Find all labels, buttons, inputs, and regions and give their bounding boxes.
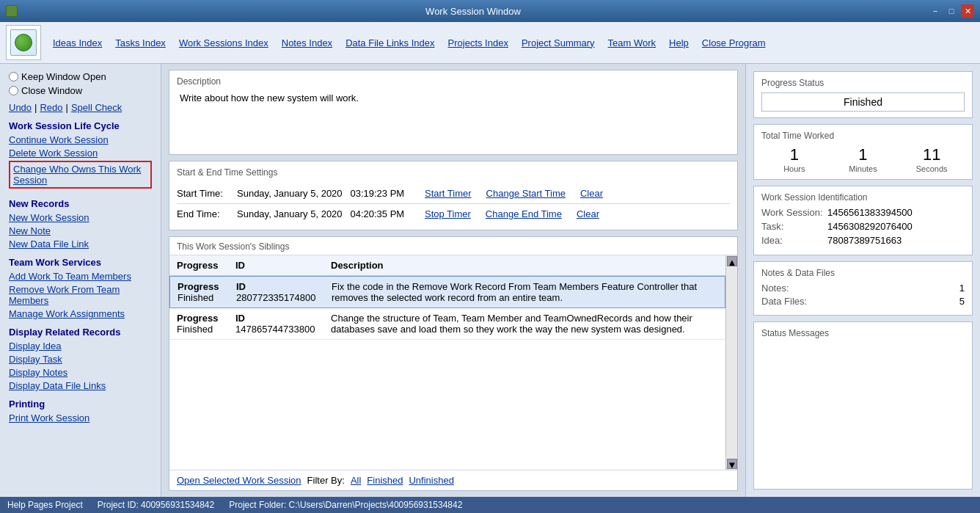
stop-timer-button[interactable]: Stop Timer (425, 208, 471, 219)
start-timer-button[interactable]: Start Timer (425, 188, 472, 199)
sibling-row[interactable]: Progress Finished ID 147865744733800 Cha… (169, 308, 725, 340)
team-work-services-title: Team Work Services (9, 257, 152, 268)
scrollbar[interactable]: ▲ ▼ (725, 255, 737, 470)
sibling-1-id-header: ID (236, 281, 332, 292)
start-time-label: Start Time: (177, 188, 228, 199)
scroll-up-arrow[interactable]: ▲ (727, 256, 737, 266)
menu-close-program[interactable]: Close Program (696, 34, 772, 51)
add-work-to-team-members-link[interactable]: Add Work To Team Members (9, 271, 152, 282)
new-data-file-link[interactable]: New Data File Link (9, 239, 152, 250)
work-session-life-cycle-title: Work Session Life Cycle (9, 120, 152, 131)
idea-label: Idea: (761, 235, 827, 246)
sibling-1-id-value: 280772335174800 (236, 292, 332, 303)
print-work-session-link[interactable]: Print Work Session (9, 412, 152, 423)
status-project: Help Pages Project (7, 500, 83, 510)
start-time-display: 03:19:23 PM (350, 188, 404, 199)
menu-help[interactable]: Help (663, 34, 695, 51)
close-window-radio[interactable]: Close Window (9, 85, 152, 96)
progress-status-section: Progress Status Finished (753, 71, 973, 118)
description-text[interactable]: Write about how the new system will work… (177, 90, 730, 148)
window-title: Work Session Window (18, 6, 929, 17)
sibling-1-progress-header: Progress (178, 281, 236, 292)
undo-link[interactable]: Undo (9, 102, 32, 113)
filter-finished-link[interactable]: Finished (367, 475, 403, 486)
description-label: Description (177, 76, 730, 87)
status-project-folder: Project Folder: C:\Users\Darren\Projects… (229, 500, 462, 510)
manage-work-assignments-link[interactable]: Manage Work Assignments (9, 308, 152, 319)
hours-label: Hours (761, 164, 827, 173)
right-panel: Progress Status Finished Total Time Work… (745, 64, 980, 497)
display-notes-link[interactable]: Display Notes (9, 367, 152, 378)
time-worked-grid: 1 Hours 1 Minutes 11 Seconds (761, 145, 965, 173)
seconds-value: 11 (899, 145, 965, 164)
sibling-2-progress-header: Progress (177, 313, 235, 324)
siblings-footer: Open Selected Work Session Filter By: Al… (169, 470, 737, 490)
notes-count-row: Notes: 1 (761, 283, 965, 294)
display-idea-link[interactable]: Display Idea (9, 341, 152, 352)
menu-bar: Ideas Index Tasks Index Work Sessions In… (0, 22, 980, 64)
scroll-down-arrow[interactable]: ▼ (727, 459, 737, 469)
description-section: Description Write about how the new syst… (169, 70, 738, 155)
menu-data-file-links-index[interactable]: Data File Links Index (340, 34, 440, 51)
sibling-1-description: Fix the code in the Remove Work Record F… (332, 281, 717, 303)
work-session-id-title: Work Session Identification (761, 192, 965, 203)
display-data-file-links-link[interactable]: Display Data File Links (9, 380, 152, 391)
redo-link[interactable]: Redo (40, 102, 62, 113)
end-time-value: Sunday, January 5, 2020 04:20:35 PM (237, 208, 413, 219)
end-clear-button[interactable]: Clear (577, 208, 599, 219)
total-time-worked-section: Total Time Worked 1 Hours 1 Minutes 11 S… (753, 124, 973, 180)
close-window-button[interactable]: ✕ (961, 4, 974, 18)
change-end-time-button[interactable]: Change End Time (486, 208, 562, 219)
menu-tasks-index[interactable]: Tasks Index (109, 34, 172, 51)
filter-all-link[interactable]: All (351, 475, 361, 486)
seconds-label: Seconds (899, 164, 965, 173)
keep-window-open-radio[interactable]: Keep Window Open (9, 71, 152, 82)
col-header-id: ID (235, 260, 331, 271)
sibling-2-id-value: 147865744733800 (235, 324, 331, 335)
main-window: Ideas Index Tasks Index Work Sessions In… (0, 22, 980, 513)
status-messages-section: Status Messages (753, 321, 973, 490)
delete-work-session-link[interactable]: Delete Work Session (9, 148, 152, 159)
sibling-2-description: Change the structure of Team, Team Membe… (331, 313, 718, 335)
open-selected-work-session-link[interactable]: Open Selected Work Session (177, 475, 301, 486)
menu-project-summary[interactable]: Project Summary (516, 34, 601, 51)
siblings-scroll[interactable]: Progress ID Description Progress Finishe… (169, 255, 725, 470)
menu-ideas-index[interactable]: Ideas Index (47, 34, 108, 51)
remove-work-from-team-members-link[interactable]: Remove Work From Team Members (9, 284, 152, 306)
main-content: Description Write about how the new syst… (161, 64, 745, 497)
start-time-value: Sunday, January 5, 2020 03:19:23 PM (237, 188, 413, 199)
continue-work-session-link[interactable]: Continue Work Session (9, 134, 152, 145)
start-clear-button[interactable]: Clear (580, 188, 603, 199)
end-time-display: 04:20:35 PM (350, 208, 404, 219)
data-files-value: 5 (959, 296, 965, 307)
work-session-value: 1456561383394500 (827, 207, 913, 218)
work-session-id-row: Work Session: 1456561383394500 (761, 207, 965, 218)
maximize-button[interactable]: □ (945, 4, 958, 18)
minimize-button[interactable]: − (929, 4, 942, 18)
filter-unfinished-link[interactable]: Unfinished (409, 475, 453, 486)
notes-value: 1 (959, 283, 965, 294)
spell-check-link[interactable]: Spell Check (71, 102, 122, 113)
change-start-time-button[interactable]: Change Start Time (486, 188, 566, 199)
new-records-title: New Records (9, 198, 152, 209)
sibling-row[interactable]: Progress Finished ID 280772335174800 Fix… (169, 276, 725, 308)
content-area: Keep Window Open Close Window Undo | Red… (0, 64, 980, 497)
close-window-input[interactable] (9, 86, 18, 95)
progress-status-value: Finished (761, 92, 965, 112)
status-messages-title: Status Messages (761, 328, 965, 338)
new-work-session-link[interactable]: New Work Session (9, 212, 152, 223)
close-window-label: Close Window (21, 85, 82, 96)
hours-col: 1 Hours (761, 145, 827, 173)
hours-value: 1 (761, 145, 827, 164)
menu-projects-index[interactable]: Projects Index (442, 34, 514, 51)
keep-window-open-input[interactable] (9, 72, 18, 81)
end-date: Sunday, January 5, 2020 (237, 208, 343, 219)
menu-team-work[interactable]: Team Work (602, 34, 662, 51)
menu-notes-index[interactable]: Notes Index (276, 34, 338, 51)
start-date: Sunday, January 5, 2020 (237, 188, 343, 199)
notes-label: Notes: (761, 283, 789, 294)
display-task-link[interactable]: Display Task (9, 354, 152, 365)
change-who-owns-link[interactable]: Change Who Owns This Work Session (9, 161, 152, 189)
new-note-link[interactable]: New Note (9, 225, 152, 236)
menu-work-sessions-index[interactable]: Work Sessions Index (173, 34, 274, 51)
